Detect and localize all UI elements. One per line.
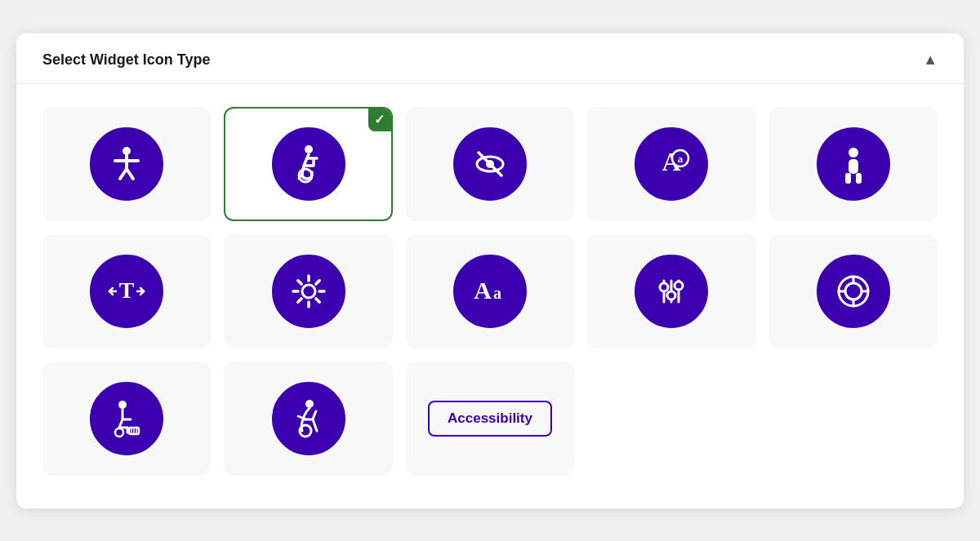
selected-checkmark: ✓: [368, 109, 391, 131]
person-simple-icon: [817, 127, 890, 201]
svg-point-50: [115, 428, 123, 437]
accessibility-text-button[interactable]: Accessibility: [428, 401, 552, 437]
svg-point-26: [302, 285, 315, 298]
wheelchair-alt-icon: [272, 382, 345, 455]
sliders-icon: [635, 255, 708, 328]
widget-icon-panel: Select Widget Icon Type ▲ ✓: [16, 33, 964, 508]
svg-line-31: [297, 280, 301, 283]
icon-cell-wheelchair-alt[interactable]: [224, 361, 392, 476]
svg-rect-17: [845, 173, 851, 184]
svg-text:a: a: [678, 153, 684, 165]
panel-header: Select Widget Icon Type ▲: [16, 33, 964, 84]
accessibility-person-icon: [90, 127, 163, 201]
svg-rect-16: [849, 159, 858, 174]
icon-cell-eye-slash[interactable]: [406, 107, 574, 221]
icon-grid: ✓: [16, 84, 964, 482]
icon-cell-sliders[interactable]: [587, 234, 755, 348]
svg-text:T: T: [119, 277, 135, 303]
svg-point-44: [845, 283, 862, 299]
svg-line-33: [297, 298, 301, 301]
icon-cell-font-size[interactable]: A a: [587, 107, 755, 221]
panel-title: Select Widget Icon Type: [42, 51, 211, 69]
icon-cell-accessibility-seated[interactable]: [42, 361, 211, 476]
svg-point-5: [305, 145, 313, 153]
svg-line-4: [127, 169, 133, 179]
collapse-chevron-icon[interactable]: ▲: [923, 51, 938, 69]
font-size-icon: A a: [635, 127, 708, 201]
empty-cell-1: [587, 361, 755, 476]
svg-point-42: [675, 282, 683, 290]
icon-cell-font-aa[interactable]: A a: [406, 234, 574, 348]
svg-text:a: a: [493, 284, 501, 302]
svg-point-15: [849, 148, 858, 157]
icon-cell-settings-gear[interactable]: [224, 234, 392, 348]
lifebuoy-icon: [817, 255, 890, 328]
svg-point-40: [667, 291, 675, 299]
eye-slash-icon: [453, 127, 527, 201]
text-resize-icon: T: [90, 255, 163, 328]
icon-cell-text-resize[interactable]: T: [42, 234, 211, 348]
font-aa-icon: A a: [453, 255, 527, 328]
icon-cell-lifebuoy[interactable]: [769, 234, 938, 348]
settings-gear-icon: [272, 255, 345, 328]
svg-rect-18: [856, 173, 862, 184]
empty-cell-2: [769, 361, 938, 476]
svg-line-57: [313, 419, 317, 431]
svg-line-32: [315, 298, 318, 301]
wheelchair-icon: [272, 127, 345, 201]
icon-cell-wheelchair[interactable]: ✓: [224, 107, 392, 221]
icon-cell-accessibility-text[interactable]: Accessibility: [406, 361, 574, 476]
accessibility-seated-icon: [90, 382, 163, 455]
svg-line-34: [315, 280, 318, 283]
icon-cell-accessibility-person[interactable]: [42, 107, 211, 221]
svg-text:A: A: [474, 277, 492, 304]
icon-cell-person-simple[interactable]: [769, 107, 938, 221]
svg-point-38: [660, 283, 668, 291]
